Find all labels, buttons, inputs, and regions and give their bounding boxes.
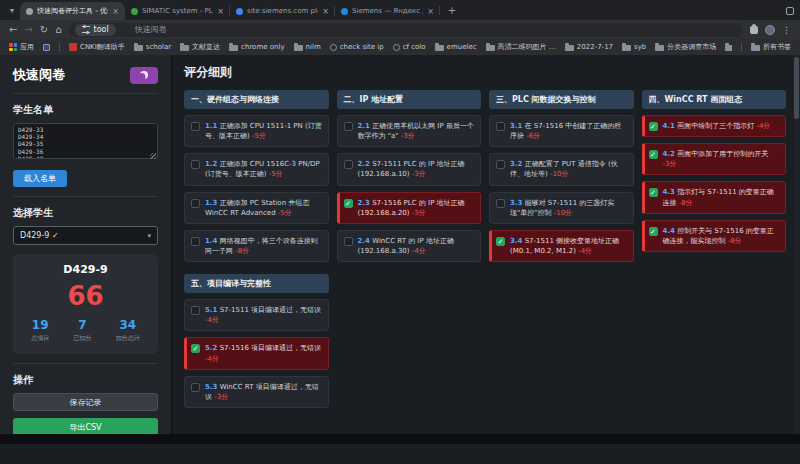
bookmark-item[interactable]: 分类器调查市场	[655, 42, 716, 52]
browser-tab[interactable]: Siemens — Яндекс Диск ×	[335, 2, 440, 20]
rubric-item[interactable]: ✓ 4.1 画面中绘制了三个指示灯 -4分	[642, 115, 787, 137]
rubric-item[interactable]: 2.4 WinCC RT 的 IP 地址正确 (192.168.a.30) -4…	[337, 230, 482, 262]
home-icon[interactable]: ⌂	[55, 25, 61, 35]
item-checkbox[interactable]: ✓	[649, 122, 658, 131]
bookmark-item[interactable]: 文献直达	[180, 42, 220, 52]
divider	[13, 363, 158, 364]
bookmark-item[interactable]: check site ip	[330, 43, 384, 51]
bookmark-label: cf colo	[403, 43, 426, 51]
menu-icon[interactable]: ⋮	[782, 25, 791, 35]
bookmark-apps[interactable]: 应用	[9, 42, 34, 52]
bookmark-item[interactable]: CNKI翻译助手	[69, 42, 125, 52]
bookmark-item[interactable]: scholar	[134, 43, 171, 51]
browser-tab[interactable]: SIMATIC system - PLCforum ×	[125, 2, 230, 20]
item-checkbox[interactable]	[191, 306, 200, 315]
tabs-container: 快速阅卷评分工具 - 优化版 × SIMATIC system - PLCfor…	[20, 0, 440, 20]
item-checkbox[interactable]: ✓	[191, 344, 200, 353]
bookmarks-separator	[59, 43, 60, 52]
bookmark-item[interactable]: 2022-7-17	[565, 43, 613, 51]
item-checkbox[interactable]: ✓	[649, 227, 658, 236]
rubric-item[interactable]: 3.1 在 S7-1516 中创建了正确的程序块 -6分	[489, 115, 634, 147]
rubric-item[interactable]: ✓ 4.4 控制开关与 S7-1516 的变量正确连接，能实现控制 -8分	[642, 220, 787, 252]
tab-search-chevron-icon[interactable]: ▾	[4, 2, 20, 18]
divider	[13, 93, 158, 94]
rubric-item[interactable]: ✓ 5.2 S7-1516 项目编译通过，无错误 -4分	[184, 337, 329, 369]
browser-tab[interactable]: site:siemens.com plcsim adv ×	[230, 2, 335, 20]
reload-icon[interactable]: ↻	[40, 25, 48, 35]
student-select-value: D429-9 ✓	[20, 231, 59, 240]
item-text: S7-1516 项目编译通过，无错误	[220, 344, 321, 352]
profile-avatar[interactable]	[765, 25, 775, 35]
theme-toggle-button[interactable]	[130, 67, 158, 84]
item-deduction: -10分	[550, 170, 568, 178]
item-checkbox[interactable]: ✓	[344, 199, 353, 208]
item-text: 网络视图中，将三个设备连接到同一子网	[205, 237, 318, 255]
bookmark-item[interactable]: syb	[622, 43, 646, 51]
save-record-button[interactable]: 保存记录	[13, 393, 158, 411]
tab-close-icon[interactable]: ×	[112, 7, 119, 16]
rubric-item[interactable]: ✓ 4.2 画面中添加了用于控制的开关 -3分	[642, 143, 787, 175]
rubric-item[interactable]: 1.1 正确添加 CPU 1511-1 PN (订货号、版本正确) -5分	[184, 115, 329, 147]
all-bookmarks-button[interactable]: 所有书签	[751, 42, 791, 52]
item-checkbox[interactable]	[496, 122, 505, 131]
new-tab-button[interactable]: +	[444, 2, 460, 18]
item-deduction: -3分	[412, 209, 426, 217]
item-checkbox[interactable]	[344, 237, 353, 246]
item-checkbox[interactable]	[344, 160, 353, 169]
item-checkbox[interactable]: ✓	[649, 150, 658, 159]
bookmark-item[interactable]: cf colo	[393, 43, 426, 51]
rubric-item[interactable]: 5.3 WinCC RT 项目编译通过，无错误 -3分	[184, 376, 329, 408]
page-scrollbar[interactable]	[793, 55, 800, 434]
rubric-item[interactable]: 5.1 S7-1511 项目编译通过，无错误 -4分	[184, 299, 329, 331]
bookmark-item[interactable]: matlab信道估计	[725, 42, 732, 52]
window-restore-icon[interactable]	[786, 7, 794, 15]
rubric-item[interactable]: 2.2 S7-1511 PLC 的 IP 地址正确 (192.168.a.10)…	[337, 153, 482, 185]
bookmark-label: 2022-7-17	[577, 43, 613, 51]
browser-toolbar: ← → ↻ ⌂ tool 快速阅卷 ⋮	[0, 20, 800, 39]
rubric-item[interactable]: 3.2 正确配置了 PUT 通信指令 (伙伴、地址等) -10分	[489, 153, 634, 185]
browser-tab[interactable]: 快速阅卷评分工具 - 优化版 ×	[20, 2, 125, 20]
bookmark-item[interactable]: nilm	[294, 43, 321, 51]
forward-icon[interactable]: →	[24, 25, 32, 35]
scrollbar-thumb[interactable]	[794, 57, 799, 119]
item-checkbox[interactable]	[191, 122, 200, 131]
export-csv-button[interactable]: 导出CSV	[13, 418, 158, 434]
site-chip[interactable]: tool	[75, 24, 116, 36]
item-checkbox[interactable]: ✓	[649, 188, 658, 197]
section-title: 五、项目编译与完整性	[184, 274, 329, 293]
rubric-item[interactable]: 3.3 能够对 S7-1511 的三盏灯实现"单控"控制 -10分	[489, 192, 634, 224]
site-info-icon	[82, 26, 90, 33]
back-icon[interactable]: ←	[9, 25, 17, 35]
rubric-item[interactable]: 1.3 正确添加 PC Station 并组态 WinCC RT Advance…	[184, 192, 329, 224]
item-checkbox[interactable]: ✓	[496, 237, 505, 246]
tab-close-icon[interactable]: ×	[427, 7, 434, 16]
tab-close-icon[interactable]: ×	[217, 7, 224, 16]
item-checkbox[interactable]	[191, 383, 200, 392]
tab-close-icon[interactable]: ×	[322, 7, 329, 16]
student-list-input[interactable]: D429-33 D429-34 D429-35 D429-36 D429-40	[13, 123, 158, 159]
item-checkbox[interactable]	[191, 160, 200, 169]
bookmark-item[interactable]: emuelec	[435, 43, 477, 51]
item-checkbox[interactable]	[191, 199, 200, 208]
rubric-item[interactable]: 2.1 正确使用本机以太网 IP 最后一个数字作为 "a" -3分	[337, 115, 482, 147]
bookmark-item[interactable]: 高清二维码图片 …	[486, 42, 556, 52]
item-checkbox[interactable]	[496, 160, 505, 169]
bookmark-item[interactable]: chrome only	[229, 43, 284, 51]
item-checkbox[interactable]	[191, 237, 200, 246]
rubric-item[interactable]: ✓ 2.3 S7-1516 PLC 的 IP 地址正确 (192.168.a.2…	[337, 192, 482, 224]
folder-icon	[134, 45, 143, 51]
stat-label: 扣分总计	[116, 334, 140, 343]
extensions-icon[interactable]	[750, 26, 758, 34]
rubric-item[interactable]: 1.2 正确添加 CPU 1516C-3 PN/DP (订货号、版本正确) -5…	[184, 153, 329, 185]
student-select[interactable]: D429-9 ✓ ▾	[13, 226, 158, 245]
tab-title: 快速阅卷评分工具 - 优化版	[37, 6, 108, 16]
rubric-item[interactable]: ✓ 3.4 S7-1511 侧接收变量地址正确 (M0.1, M0.2, M1.…	[489, 230, 634, 262]
item-checkbox[interactable]	[496, 199, 505, 208]
rubric-item[interactable]: 1.4 网络视图中，将三个设备连接到同一子网 -8分	[184, 230, 329, 262]
rubric-item[interactable]: ✓ 4.3 指示灯与 S7-1511 的变量正确连接 -8分	[642, 181, 787, 213]
folder-icon	[294, 45, 303, 51]
item-checkbox[interactable]	[344, 122, 353, 131]
load-list-button[interactable]: 载入名单	[13, 170, 67, 187]
bookmark-reading-list[interactable]	[43, 44, 50, 51]
address-bar[interactable]: tool 快速阅卷	[69, 23, 743, 37]
